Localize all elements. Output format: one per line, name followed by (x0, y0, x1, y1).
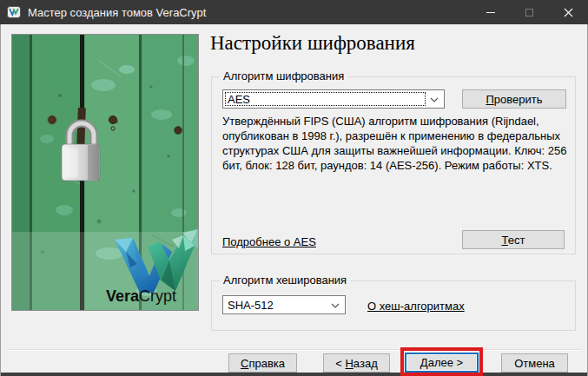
chevron-down-icon (331, 303, 340, 308)
close-icon (564, 8, 573, 17)
hash-info-link[interactable]: О хеш-алгоритмах (367, 300, 465, 313)
cancel-button[interactable]: Отмена (501, 353, 568, 373)
test-button[interactable]: Тест (462, 230, 565, 249)
back-button[interactable]: < Назад (323, 353, 390, 373)
hash-algorithm-select[interactable]: SHA-512 (222, 295, 346, 314)
window-bottom-edge (0, 373, 588, 376)
veracrypt-app-icon[interactable] (7, 5, 21, 19)
close-button[interactable] (549, 0, 588, 24)
minimize-icon (486, 12, 495, 13)
encryption-group-label: Алгоритм шифрования (220, 69, 347, 82)
minimize-button[interactable] (471, 0, 510, 24)
door-photo: VeraCrypt (12, 35, 198, 310)
more-about-aes-link[interactable]: Подробнее о AES (222, 235, 316, 248)
focus-rectangle (225, 92, 426, 106)
page-title: Настройки шифрования (210, 32, 415, 55)
encryption-algorithm-value: AES (228, 93, 250, 106)
encryption-algorithm-select[interactable]: AES (222, 89, 445, 109)
footer-separator (7, 349, 581, 351)
maximize-icon (525, 9, 533, 16)
chevron-down-icon (430, 97, 439, 102)
hash-algorithm-value: SHA-512 (228, 299, 274, 312)
window-title: Мастер создания томов VeraCrypt (28, 6, 206, 19)
maximize-button (510, 0, 549, 24)
help-button[interactable]: Справка (228, 353, 297, 373)
logo-wordmark: VeraCrypt (106, 287, 176, 305)
algorithm-description: Утверждённый FIPS (США) алгоритм шифрова… (222, 114, 568, 173)
hash-group-label: Алгоритм хеширования (220, 274, 350, 287)
next-button[interactable]: Далее > (405, 353, 479, 373)
titlebar: Мастер создания томов VeraCrypt (0, 0, 588, 24)
benchmark-button[interactable]: Проверить (462, 89, 566, 109)
